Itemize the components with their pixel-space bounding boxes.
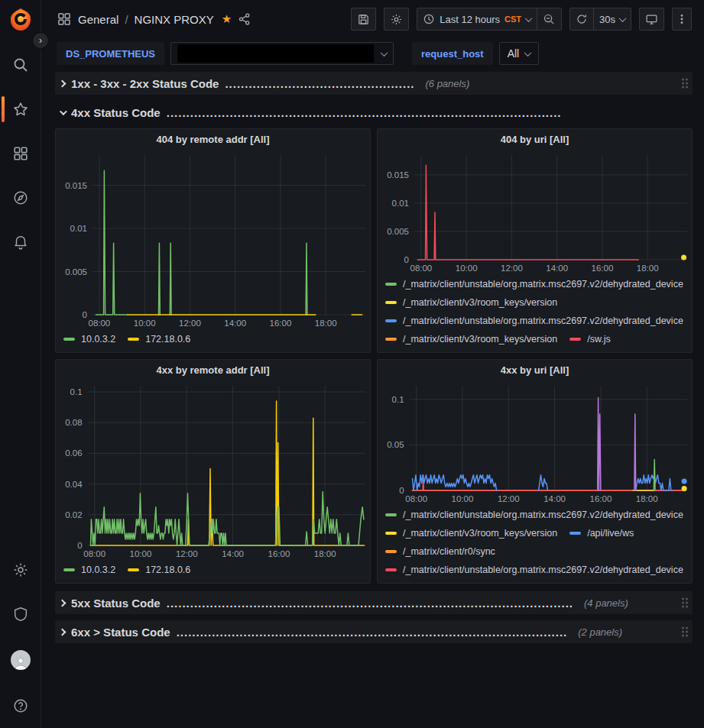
sidebar-item-admin[interactable] bbox=[11, 603, 31, 626]
sidebar-item-starred[interactable] bbox=[0, 98, 41, 121]
svg-text:14:00: 14:00 bbox=[543, 494, 566, 503]
legend-item[interactable]: /_matrix/client/v3/room_keys/version bbox=[385, 526, 557, 539]
sidebar-item-profile[interactable] bbox=[11, 647, 31, 673]
row-header-1xx-3xx-2xx[interactable]: 1xx - 3xx - 2xx Status Code ............… bbox=[55, 72, 693, 95]
legend-label: /_matrix/client/v3/room_keys/version bbox=[403, 297, 557, 308]
grafana-logo[interactable] bbox=[7, 6, 34, 34]
time-series-chart[interactable]: 08:0010:0012:0014:0016:0018:0000.020.040… bbox=[56, 380, 370, 561]
legend-label: 172.18.0.6 bbox=[145, 334, 190, 345]
datasource-value-redacted bbox=[177, 44, 374, 63]
panel-grid-4xx: 404 by remote addr [All] 08:0010:0012:00… bbox=[55, 128, 693, 584]
legend-item[interactable]: /sw.js bbox=[569, 332, 611, 345]
favorite-star-icon[interactable]: ★ bbox=[222, 12, 232, 26]
share-icon[interactable] bbox=[238, 12, 251, 26]
legend-label: /_matrix/client/r0/sync bbox=[403, 546, 495, 557]
panel-header[interactable]: 4xx by uri [All] bbox=[378, 360, 692, 380]
panel-header[interactable]: 404 by remote addr [All] bbox=[56, 129, 370, 149]
legend-swatch bbox=[128, 568, 139, 571]
chevron-down-icon bbox=[524, 49, 532, 57]
chart-legend: /_matrix/client/unstable/org.matrix.msc2… bbox=[378, 276, 692, 352]
avatar bbox=[11, 650, 31, 670]
legend-label: 10.0.3.2 bbox=[81, 565, 115, 575]
legend-item[interactable]: /_matrix/client/v3/room_keys/version bbox=[385, 296, 557, 309]
legend-label: /_matrix/client/v3/room_keys/version bbox=[403, 334, 557, 345]
sidebar-item-help[interactable] bbox=[11, 694, 31, 717]
legend-item[interactable]: /_matrix/client/v3/room_keys/version bbox=[385, 332, 557, 345]
sidebar-item-search[interactable] bbox=[0, 53, 41, 76]
time-series-chart[interactable]: 08:0010:0012:0014:0016:0018:0000.0050.01… bbox=[378, 149, 692, 276]
zoom-out-button[interactable] bbox=[537, 8, 562, 31]
legend-item[interactable]: /_matrix/client/r0/sync bbox=[385, 545, 495, 558]
row-drag-handle[interactable] bbox=[682, 79, 688, 89]
legend-item[interactable]: /_matrix/client/unstable/org.matrix.msc2… bbox=[385, 277, 683, 290]
panel-header[interactable]: 4xx by remote addr [All] bbox=[56, 360, 370, 380]
legend-item[interactable]: 10.0.3.2 bbox=[63, 563, 115, 576]
time-range-picker[interactable]: Last 12 hours CST bbox=[417, 8, 537, 31]
row-dots: ........................................… bbox=[177, 626, 568, 639]
legend-item[interactable]: 172.18.0.6 bbox=[128, 563, 190, 576]
legend-swatch bbox=[385, 319, 397, 322]
request-host-variable-select[interactable]: All bbox=[499, 42, 540, 65]
kebab-menu-button[interactable] bbox=[672, 8, 692, 31]
sidebar-expand-button[interactable]: › bbox=[32, 32, 49, 49]
dashboard-settings-button[interactable] bbox=[384, 8, 409, 31]
legend-item[interactable]: 172.18.0.6 bbox=[128, 332, 190, 345]
legend-label: /api/live/ws bbox=[587, 528, 634, 539]
chevron-right-icon bbox=[59, 79, 67, 87]
sidebar-item-dashboards[interactable] bbox=[0, 142, 41, 165]
sidebar-item-explore[interactable] bbox=[0, 186, 41, 209]
svg-text:0.01: 0.01 bbox=[70, 224, 87, 233]
svg-text:12:00: 12:00 bbox=[501, 264, 523, 273]
apps-grid-icon bbox=[57, 11, 72, 27]
chevron-right-icon bbox=[59, 599, 67, 607]
svg-text:0.005: 0.005 bbox=[65, 267, 87, 277]
breadcrumb-title: NGINX PROXY bbox=[135, 13, 214, 26]
request-host-variable-label[interactable]: request_host bbox=[412, 42, 493, 65]
refresh-interval-picker[interactable]: 30s bbox=[594, 8, 631, 31]
legend-item[interactable]: /api/live/ws bbox=[569, 526, 634, 539]
row-drag-handle[interactable] bbox=[682, 627, 688, 637]
svg-text:0.08: 0.08 bbox=[65, 418, 82, 427]
breadcrumb-section[interactable]: General bbox=[78, 13, 118, 26]
sidebar-item-alerting[interactable] bbox=[0, 231, 41, 254]
legend-item[interactable]: /_matrix/client/unstable/org.matrix.msc2… bbox=[385, 508, 683, 521]
legend-label: /_matrix/client/unstable/org.matrix.msc2… bbox=[403, 315, 683, 326]
row-panel-count: (4 panels) bbox=[584, 597, 628, 609]
panel-4xx-by-remote-addr: 4xx by remote addr [All] 08:0010:0012:00… bbox=[55, 359, 371, 584]
time-series-chart[interactable]: 08:0010:0012:0014:0016:0018:0000.050.1 bbox=[378, 380, 692, 506]
datasource-variable-select[interactable] bbox=[170, 42, 394, 65]
datasource-variable-label[interactable]: DS_PROMETHEUS bbox=[57, 42, 164, 65]
svg-text:12:00: 12:00 bbox=[498, 494, 520, 503]
svg-text:18:00: 18:00 bbox=[314, 549, 336, 558]
row-header-6xx[interactable]: 6xx > Status Code ......................… bbox=[55, 620, 693, 643]
svg-text:14:00: 14:00 bbox=[546, 264, 568, 273]
legend-item[interactable]: /_matrix/client/unstable/org.matrix.msc2… bbox=[385, 314, 683, 327]
legend-item[interactable]: 10.0.3.2 bbox=[63, 332, 115, 345]
row-drag-handle[interactable] bbox=[682, 598, 688, 608]
sidebar-item-configuration[interactable] bbox=[11, 558, 31, 581]
refresh-button[interactable] bbox=[569, 8, 594, 31]
legend-label: /_matrix/client/unstable/org.matrix.msc2… bbox=[403, 565, 683, 575]
row-header-5xx[interactable]: 5xx Status Code ........................… bbox=[55, 591, 693, 614]
panel-header[interactable]: 404 by uri [All] bbox=[378, 129, 692, 149]
legend-item[interactable]: /_matrix/client/unstable/org.matrix.msc2… bbox=[385, 563, 683, 576]
row-header-4xx[interactable]: 4xx Status Code ........................… bbox=[55, 101, 693, 124]
request-host-value: All bbox=[508, 47, 520, 60]
legend-swatch bbox=[385, 513, 397, 516]
chevron-down-icon bbox=[619, 15, 627, 22]
row-title: 4xx Status Code bbox=[71, 106, 161, 119]
help-circle-icon bbox=[12, 697, 29, 714]
row-dots: ........................................… bbox=[167, 597, 573, 610]
row-panel-count: (2 panels) bbox=[578, 626, 622, 638]
time-series-chart[interactable]: 08:0010:0012:0014:0016:0018:0000.0050.01… bbox=[56, 149, 370, 331]
breadcrumb-separator: / bbox=[125, 13, 128, 26]
save-dashboard-button[interactable] bbox=[351, 8, 376, 31]
gear-icon bbox=[390, 13, 403, 26]
panel-title: 4xx by uri [All] bbox=[501, 364, 569, 376]
tv-mode-button[interactable] bbox=[639, 8, 664, 31]
svg-text:0: 0 bbox=[399, 486, 404, 495]
legend-swatch bbox=[385, 301, 397, 304]
sidebar: › bbox=[0, 0, 41, 728]
svg-text:08:00: 08:00 bbox=[88, 319, 110, 328]
grafana-app: › bbox=[0, 0, 704, 728]
